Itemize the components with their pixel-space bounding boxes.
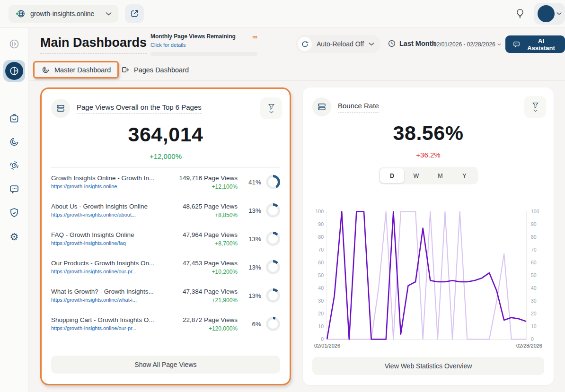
page-url-link[interactable]: https://growth-insights.online/our-pr... <box>51 325 136 331</box>
show-all-page-views-button[interactable]: Show All Page Views <box>51 356 280 374</box>
account-menu[interactable] <box>534 3 565 25</box>
page-url-link[interactable]: https://growth-insights.online/our-pr... <box>51 269 136 274</box>
ai-assistant-label: AI Assistant <box>524 37 558 52</box>
y-tick-label: 90 <box>318 221 324 227</box>
page-views-delta: +10,200% <box>166 269 238 275</box>
page-views-count: 48,625 Page Views <box>166 203 238 210</box>
chevron-down-icon <box>369 42 374 46</box>
sidebar-item-master-dashboard[interactable] <box>4 131 25 152</box>
page-views-row[interactable]: What is Growth? - Growth Insights... htt… <box>51 281 280 310</box>
range-option-month[interactable]: M <box>428 168 452 183</box>
filter-button[interactable] <box>260 97 282 119</box>
range-option-day[interactable]: D <box>380 168 404 183</box>
page-title-text: Our Products - Growth Insights On... <box>51 260 166 267</box>
chevron-down-icon <box>556 12 562 15</box>
page-views-count: 47,453 Page Views <box>166 260 238 267</box>
sidebar-item-monitoring[interactable] <box>4 155 25 176</box>
y-tick-label: 0 <box>531 336 534 342</box>
range-option-week[interactable]: W <box>404 168 428 183</box>
y-tick-label: 50 <box>318 272 324 278</box>
page-url-link[interactable]: https://growth-insights.online/about... <box>51 212 136 218</box>
date-range-picker[interactable]: 02/01/2026 - 02/28/2026 <box>433 41 501 48</box>
page-title-text: Growth Insights Online - Growth In... <box>51 174 166 182</box>
progress-donut <box>266 203 280 218</box>
page-views-delta: +8,700% <box>166 240 238 247</box>
y-tick-label: 40 <box>318 285 324 291</box>
page-views-row[interactable]: Growth Insights Online - Growth In... ht… <box>51 168 280 196</box>
site-name: growth-insights.online <box>30 10 101 17</box>
bounce-chart-plot <box>327 210 527 340</box>
pageviews-list: Growth Insights Online - Growth In... ht… <box>51 167 280 338</box>
period-label: Last Month <box>399 40 436 47</box>
tips-button[interactable] <box>515 8 525 19</box>
sidebar-item-collapse[interactable] <box>4 34 25 54</box>
tab-pages-dashboard[interactable]: Pages Dashboard <box>121 65 189 74</box>
card-title: Page Views Overall on the Top 6 Pages <box>77 103 202 114</box>
top-bar: growth-insights.online <box>0 0 565 27</box>
y-tick-label: 10 <box>318 323 324 329</box>
page-share-percent: 6% <box>252 321 261 328</box>
page-share-percent: 13% <box>248 235 261 243</box>
sidebar-item-feedback[interactable] <box>4 179 25 200</box>
gauge-focus-icon <box>9 160 20 171</box>
y-tick-label: 60 <box>318 260 324 265</box>
page-url-link[interactable]: https://growth-insights.online/faq <box>51 240 126 246</box>
view-web-statistics-button[interactable]: View Web Statistics Overview <box>312 357 544 375</box>
spiral-icon <box>9 136 20 148</box>
bag-icon <box>9 113 20 124</box>
filter-button[interactable] <box>524 96 546 118</box>
main-content: Main Dashboards Monthly Page Views Remai… <box>29 28 565 392</box>
sidebar-item-security[interactable] <box>4 202 25 223</box>
pages-icon <box>121 65 130 74</box>
quota-details-link[interactable]: Click for details <box>150 42 186 48</box>
refresh-icon <box>298 37 312 51</box>
chevron-down-icon <box>106 12 112 16</box>
ai-assistant-button[interactable]: AI Assistant <box>505 35 565 53</box>
y-tick-label: 30 <box>318 298 324 304</box>
funnel-icon <box>532 102 539 109</box>
page-url-link[interactable]: https://growth-insights.online/what-i... <box>51 297 137 303</box>
sidebar-item-products[interactable] <box>4 108 25 129</box>
y-tick-label: 100 <box>531 209 539 214</box>
y-tick-label: 90 <box>531 221 537 227</box>
auto-reload-dropdown[interactable]: Auto-Reload Off <box>296 35 381 53</box>
page-share-percent: 41% <box>248 179 261 186</box>
chevron-down-icon <box>533 109 538 112</box>
page-views-row[interactable]: About Us - Growth Insights Online https:… <box>51 196 280 225</box>
site-selector[interactable]: growth-insights.online <box>9 5 118 23</box>
page-share-percent: 13% <box>248 207 261 214</box>
total-page-views: 364,014 <box>42 123 290 146</box>
page-views-row[interactable]: Our Products - Growth Insights On... htt… <box>51 253 280 281</box>
page-views-delta: +8,850% <box>166 212 238 218</box>
y-tick-label: 10 <box>531 323 537 329</box>
range-option-year[interactable]: Y <box>452 168 477 183</box>
page-url-link[interactable]: https://growth-insights.online <box>51 183 117 189</box>
sidebar-item-settings[interactable]: ⚙ <box>4 226 25 247</box>
site-logo-globe-icon <box>15 9 26 19</box>
page-share-percent: 13% <box>248 292 261 299</box>
funnel-icon <box>268 104 275 110</box>
page-views-count: 47,384 Page Views <box>166 288 238 295</box>
sidebar-item-dashboards[interactable] <box>3 60 25 82</box>
tab-master-dashboard[interactable]: Master Dashboard <box>41 65 111 74</box>
page-views-count: 22,872 Page Views <box>166 316 238 323</box>
progress-donut <box>266 288 280 303</box>
y-axis-left: 0102030405060708090100 <box>310 210 324 340</box>
quota-progress-bar <box>150 52 257 56</box>
spiral-icon <box>41 65 50 74</box>
page-views-row[interactable]: Shopping Cart - Growth Insights O... htt… <box>51 310 280 338</box>
page-views-delta: +120,000% <box>166 325 238 332</box>
y-tick-label: 0 <box>321 336 324 342</box>
tab-label: Master Dashboard <box>54 66 111 74</box>
ai-chat-icon <box>512 40 521 48</box>
page-title-text: What is Growth? - Growth Insights... <box>51 288 166 295</box>
page-views-delta: +21,900% <box>166 297 238 304</box>
period-selector[interactable]: Last Month <box>388 39 436 48</box>
open-site-button[interactable] <box>125 4 144 23</box>
y-tick-label: 20 <box>318 311 324 316</box>
page-views-delta: +12,100% <box>166 183 238 190</box>
page-views-row[interactable]: FAQ - Growth Insights Online https://gro… <box>51 225 280 253</box>
page-views-count: 149,716 Page Views <box>166 174 238 182</box>
page-title-text: Shopping Cart - Growth Insights O... <box>51 316 166 323</box>
database-icon <box>51 99 70 118</box>
